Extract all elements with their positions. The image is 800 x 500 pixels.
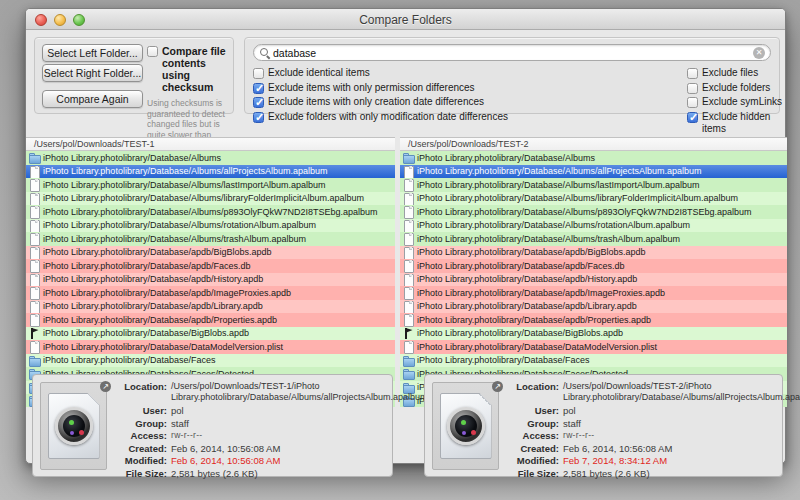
file-path: iPhoto Library.photolibrary/Database/apd… — [43, 274, 263, 284]
search-field[interactable]: database ✕ — [253, 44, 771, 61]
checkbox-checked-icon[interactable] — [253, 83, 264, 94]
created-value: Feb 6, 2014, 10:56:08 AM — [563, 443, 672, 454]
checkbox-unchecked-icon[interactable] — [253, 68, 264, 79]
titlebar[interactable]: Compare Folders — [26, 9, 785, 30]
file-row[interactable]: iPhoto Library.photolibrary/Database/Alb… — [26, 219, 395, 233]
file-row[interactable]: iPhoto Library.photolibrary/Database/apd… — [26, 286, 395, 300]
file-path: iPhoto Library.photolibrary/Database/Fac… — [417, 355, 589, 365]
location-value: /Users/pol/Downloads/TEST-1/iPhoto Libra… — [171, 381, 427, 402]
modified-value: Feb 7, 2014, 8:34:12 AM — [563, 455, 667, 466]
file-row[interactable]: iPhoto Library.photolibrary/Database/Big… — [26, 327, 395, 341]
checkbox-checked-icon[interactable] — [253, 97, 264, 108]
filter-checkbox[interactable]: Exclude items with only creation date di… — [253, 96, 573, 108]
checkbox-unchecked-icon[interactable] — [687, 83, 698, 94]
select-left-folder-button[interactable]: Select Left Folder... — [42, 44, 143, 62]
checksum-checkbox[interactable]: Compare file contents using checksum — [147, 45, 231, 93]
file-row[interactable]: iPhoto Library.photolibrary/Database/Alb… — [400, 205, 787, 219]
file-row[interactable]: iPhoto Library.photolibrary/Database/apd… — [400, 286, 787, 300]
left-file-thumbnail — [40, 382, 107, 470]
file-size-label: File Size: — [113, 468, 171, 479]
filter-checkbox[interactable]: Exclude folders — [687, 82, 783, 94]
file-row[interactable]: iPhoto Library.photolibrary/Database/Alb… — [26, 205, 395, 219]
file-row[interactable]: iPhoto Library.photolibrary/Database/Alb… — [400, 165, 787, 179]
file-path: iPhoto Library.photolibrary/Database/apd… — [417, 274, 637, 284]
group-label: Group: — [505, 418, 563, 429]
file-icon — [28, 341, 40, 352]
right-list-header[interactable]: /Users/pol/Downloads/TEST-2 — [400, 138, 787, 151]
file-path: iPhoto Library.photolibrary/Database/Alb… — [417, 220, 690, 230]
checkbox-checked-icon[interactable] — [253, 112, 264, 123]
flag-icon — [402, 328, 414, 339]
right-detail-panel: ↗ Location: /Users/pol/Downloads/TEST-2/… — [424, 374, 783, 477]
left-list-header[interactable]: /Users/pol/Downloads/TEST-1 — [26, 138, 395, 151]
file-row[interactable]: iPhoto Library.photolibrary/Database/Fac… — [400, 354, 787, 368]
file-icon — [402, 247, 414, 258]
file-path: iPhoto Library.photolibrary/Database/apd… — [43, 288, 291, 298]
file-row[interactable]: iPhoto Library.photolibrary/Database/apd… — [26, 246, 395, 260]
file-path: iPhoto Library.photolibrary/Database/Alb… — [43, 234, 306, 244]
file-icon — [28, 274, 40, 285]
file-row[interactable]: iPhoto Library.photolibrary/Database/Big… — [400, 327, 787, 341]
file-row[interactable]: iPhoto Library.photolibrary/Database/Alb… — [26, 178, 395, 192]
reveal-in-finder-icon[interactable]: ↗ — [100, 381, 111, 392]
filter-checkbox[interactable]: Exclude items with only permission diffe… — [253, 82, 573, 94]
file-path: iPhoto Library.photolibrary/Database/Alb… — [417, 153, 595, 163]
file-row[interactable]: iPhoto Library.photolibrary/Database/Alb… — [400, 178, 787, 192]
file-icon — [28, 247, 40, 258]
detail-panels: ↗ Location: /Users/pol/Downloads/TEST-1/… — [26, 374, 787, 477]
file-path: iPhoto Library.photolibrary/Database/apd… — [43, 261, 250, 271]
file-icon — [28, 260, 40, 271]
filter-checkbox[interactable]: Exclude files — [687, 67, 783, 79]
filter-label: Exclude identical items — [268, 67, 370, 79]
checkbox-unchecked-icon[interactable] — [687, 97, 698, 108]
file-row[interactable]: iPhoto Library.photolibrary/Database/apd… — [26, 300, 395, 314]
clear-search-icon[interactable]: ✕ — [753, 47, 765, 59]
file-row[interactable]: iPhoto Library.photolibrary/Database/apd… — [26, 259, 395, 273]
group-value: staff — [563, 418, 581, 429]
checkbox-checked-icon[interactable] — [687, 112, 698, 123]
file-path: iPhoto Library.photolibrary/Database/apd… — [417, 261, 624, 271]
file-row[interactable]: iPhoto Library.photolibrary/Database/apd… — [400, 273, 787, 287]
file-row[interactable]: iPhoto Library.photolibrary/Database/Alb… — [26, 165, 395, 179]
file-icon — [402, 260, 414, 271]
filter-checkbox[interactable]: Exclude symLinks — [687, 96, 783, 108]
filter-checkbox[interactable]: Exclude folders with only modification d… — [253, 111, 573, 123]
file-row[interactable]: iPhoto Library.photolibrary/Database/apd… — [26, 273, 395, 287]
file-row[interactable]: iPhoto Library.photolibrary/Database/Fac… — [26, 354, 395, 368]
file-row[interactable]: iPhoto Library.photolibrary/Database/Alb… — [26, 151, 395, 165]
filter-checkbox[interactable]: Exclude hidden items — [687, 111, 783, 135]
file-row[interactable]: iPhoto Library.photolibrary/Database/Alb… — [26, 192, 395, 206]
compare-again-button[interactable]: Compare Again — [42, 90, 143, 108]
search-icon — [259, 47, 270, 58]
file-row[interactable]: iPhoto Library.photolibrary/Database/Alb… — [400, 151, 787, 165]
user-value: pol — [563, 405, 576, 416]
file-path: iPhoto Library.photolibrary/Database/Dat… — [417, 342, 657, 352]
file-row[interactable]: iPhoto Library.photolibrary/Database/Alb… — [26, 232, 395, 246]
left-list-body: iPhoto Library.photolibrary/Database/Alb… — [26, 151, 395, 407]
folder-icon — [402, 152, 414, 163]
file-row[interactable]: iPhoto Library.photolibrary/Database/apd… — [400, 246, 787, 260]
checkbox-unchecked-icon[interactable] — [687, 68, 698, 79]
access-label: Access: — [113, 430, 171, 441]
modified-value: Feb 6, 2014, 10:56:08 AM — [171, 455, 280, 466]
file-row[interactable]: iPhoto Library.photolibrary/Database/Alb… — [400, 192, 787, 206]
select-right-folder-button[interactable]: Select Right Folder... — [42, 64, 143, 82]
search-input[interactable]: database — [273, 47, 753, 59]
access-value: rw-r--r-- — [171, 430, 202, 441]
created-label: Created: — [505, 443, 563, 454]
file-row[interactable]: iPhoto Library.photolibrary/Database/apd… — [400, 300, 787, 314]
group-value: staff — [171, 418, 189, 429]
file-row[interactable]: iPhoto Library.photolibrary/Database/Alb… — [400, 219, 787, 233]
file-row[interactable]: iPhoto Library.photolibrary/Database/Dat… — [26, 340, 395, 354]
file-icon — [402, 341, 414, 352]
file-row[interactable]: iPhoto Library.photolibrary/Database/Alb… — [400, 232, 787, 246]
reveal-in-finder-icon[interactable]: ↗ — [492, 381, 503, 392]
filter-checkbox[interactable]: Exclude identical items — [253, 67, 573, 79]
file-row[interactable]: iPhoto Library.photolibrary/Database/apd… — [400, 259, 787, 273]
file-row[interactable]: iPhoto Library.photolibrary/Database/apd… — [26, 313, 395, 327]
modified-label: Modified: — [113, 455, 171, 466]
file-row[interactable]: iPhoto Library.photolibrary/Database/apd… — [400, 313, 787, 327]
checkbox-icon[interactable] — [147, 46, 158, 57]
file-row[interactable]: iPhoto Library.photolibrary/Database/Dat… — [400, 340, 787, 354]
iphoto-document-icon — [440, 393, 492, 459]
